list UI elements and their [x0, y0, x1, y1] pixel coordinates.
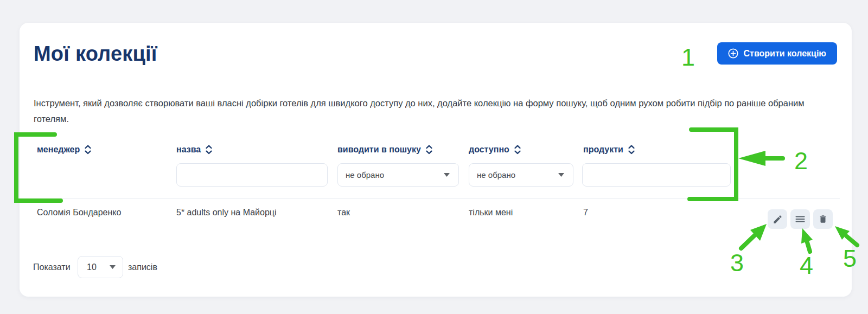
delete-button[interactable]: [813, 209, 833, 229]
cell-products: 7: [583, 208, 588, 217]
sort-icon[interactable]: [628, 144, 635, 155]
sort-icon[interactable]: [514, 144, 521, 155]
hamburger-icon: [795, 214, 806, 225]
create-collection-button[interactable]: Створити колекцію: [717, 42, 838, 65]
column-header-available[interactable]: доступно: [469, 143, 521, 156]
cell-show-in-search: так: [337, 208, 350, 217]
page-size-label-after: записів: [128, 262, 157, 272]
column-header-label: доступно: [469, 145, 509, 155]
page-size-select[interactable]: 10: [78, 256, 123, 278]
plus-circle-icon: [728, 48, 738, 59]
details-button[interactable]: [790, 209, 810, 229]
create-collection-label: Створити колекцію: [744, 49, 827, 59]
filter-select-value: не обрано: [346, 170, 384, 180]
trash-icon: [818, 214, 828, 224]
page-description: Інструмент, який дозволяє створювати ваш…: [34, 95, 813, 127]
caret-down-icon: [558, 173, 564, 177]
sort-icon[interactable]: [205, 144, 213, 155]
page-title: Мої колекції: [34, 42, 157, 66]
caret-down-icon: [110, 265, 116, 269]
pencil-icon: [773, 214, 783, 225]
filter-select-value: не обрано: [477, 170, 515, 180]
column-header-manager[interactable]: менеджер: [37, 143, 92, 156]
column-header-name[interactable]: назва: [176, 143, 213, 156]
sort-icon[interactable]: [84, 144, 92, 155]
filter-input-products[interactable]: [582, 163, 731, 187]
sort-icon[interactable]: [425, 144, 433, 155]
filter-input-name[interactable]: [176, 163, 328, 187]
filter-select-available[interactable]: не обрано: [469, 163, 573, 187]
column-header-label: продукти: [583, 145, 623, 155]
page-size-value: 10: [87, 262, 97, 272]
page: Мої колекції Створити колекцію Інструмен…: [0, 0, 868, 314]
column-header-label: назва: [176, 145, 201, 155]
column-header-show-in-search[interactable]: виводити в пошуку: [337, 143, 433, 156]
caret-down-icon: [444, 173, 450, 177]
page-size-label-before: Показати: [33, 262, 71, 272]
column-header-products[interactable]: продукти: [583, 143, 635, 156]
column-header-label: менеджер: [37, 145, 80, 155]
filter-select-show-in-search[interactable]: не обрано: [337, 163, 459, 187]
cell-name: 5* adults only на Майорці: [176, 208, 277, 217]
table-divider: [33, 198, 840, 199]
column-header-label: виводити в пошуку: [337, 145, 421, 155]
cell-manager: Соломія Бондаренко: [37, 208, 121, 217]
collections-card: Мої колекції Створити колекцію Інструмен…: [20, 23, 852, 297]
cell-available: тільки мені: [469, 208, 513, 217]
edit-button[interactable]: [768, 209, 787, 229]
